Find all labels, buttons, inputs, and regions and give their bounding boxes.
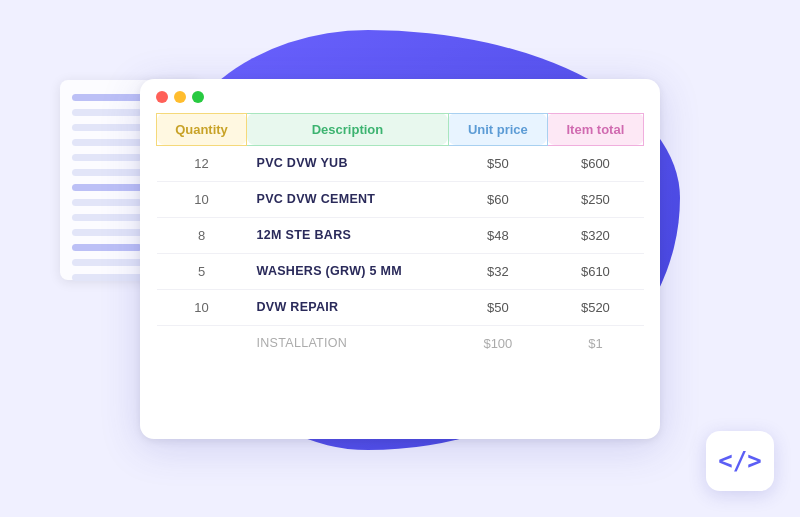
doc-line (72, 199, 142, 206)
traffic-light-red[interactable] (156, 91, 168, 103)
table-row: 10DVW REPAIR$50$520 (157, 289, 644, 325)
cell-quantity: 10 (157, 289, 247, 325)
cell-description: INSTALLATION (247, 325, 449, 361)
cell-quantity (157, 325, 247, 361)
cell-item-total: $520 (547, 289, 643, 325)
table-body: 12PVC DVW YUB$50$60010PVC DVW CEMENT$60$… (157, 145, 644, 361)
col-header-quantity: Quantity (157, 113, 247, 145)
table-row: 5WASHERS (GRW) 5 MM$32$610 (157, 253, 644, 289)
cell-description: WASHERS (GRW) 5 MM (247, 253, 449, 289)
cell-quantity: 10 (157, 181, 247, 217)
cell-unit-price: $50 (448, 289, 547, 325)
cell-description: 12M STE BARS (247, 217, 449, 253)
table-row: 12PVC DVW YUB$50$600 (157, 145, 644, 181)
invoice-table: Quantity Description Unit price Item tot… (156, 113, 644, 361)
traffic-light-green[interactable] (192, 91, 204, 103)
cell-quantity: 5 (157, 253, 247, 289)
cell-quantity: 12 (157, 145, 247, 181)
cell-unit-price: $60 (448, 181, 547, 217)
doc-line (72, 244, 142, 251)
table-header-row: Quantity Description Unit price Item tot… (157, 113, 644, 145)
table-row: 812M STE BARS$48$320 (157, 217, 644, 253)
cell-quantity: 8 (157, 217, 247, 253)
cell-item-total: $250 (547, 181, 643, 217)
cell-description: DVW REPAIR (247, 289, 449, 325)
cell-unit-price: $32 (448, 253, 547, 289)
cell-item-total: $600 (547, 145, 643, 181)
col-header-unit-price: Unit price (448, 113, 547, 145)
table-container: Quantity Description Unit price Item tot… (140, 113, 660, 361)
col-header-description: Description (247, 113, 449, 145)
cell-unit-price: $50 (448, 145, 547, 181)
table-row: INSTALLATION$100$1 (157, 325, 644, 361)
doc-line (72, 109, 142, 116)
titlebar (140, 79, 660, 113)
col-header-item-total: Item total (547, 113, 643, 145)
cell-item-total: $1 (547, 325, 643, 361)
cell-unit-price: $48 (448, 217, 547, 253)
cell-item-total: $610 (547, 253, 643, 289)
table-row: 10PVC DVW CEMENT$60$250 (157, 181, 644, 217)
cell-item-total: $320 (547, 217, 643, 253)
code-icon: </> (718, 447, 761, 475)
main-window: Quantity Description Unit price Item tot… (140, 79, 660, 439)
cell-description: PVC DVW YUB (247, 145, 449, 181)
cell-description: PVC DVW CEMENT (247, 181, 449, 217)
traffic-light-yellow[interactable] (174, 91, 186, 103)
cell-unit-price: $100 (448, 325, 547, 361)
doc-line (72, 154, 142, 161)
code-badge: </> (706, 431, 774, 491)
